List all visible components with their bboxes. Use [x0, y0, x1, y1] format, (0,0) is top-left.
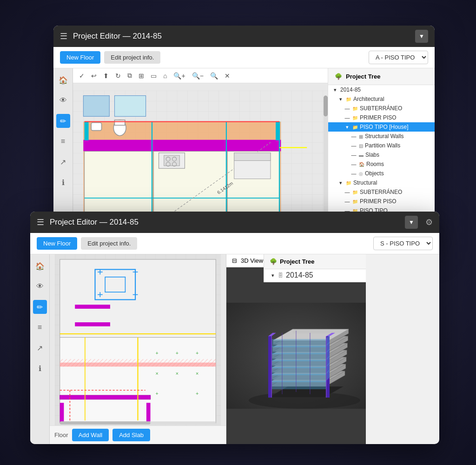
wall-icon: ▦: [359, 134, 363, 139]
tree-item-architectural[interactable]: ▾ 📁 Architectural: [328, 94, 435, 104]
tree-item-label-sub1: SUBTERRÁNEO: [360, 105, 402, 112]
tree-item-partition-walls[interactable]: — ▧ Partition Walls: [328, 141, 435, 150]
sidebar-eye-icon-2[interactable]: 👁: [33, 279, 47, 293]
tree-icon: 🌳: [335, 73, 342, 80]
tree-item-primer[interactable]: — 📁 PRIMER PISO: [328, 113, 435, 122]
home2-icon[interactable]: ⌂: [161, 71, 169, 81]
svg-rect-50: [75, 322, 110, 326]
gear-btn-2[interactable]: ⚙: [425, 217, 433, 227]
tree-item-label-objects: Objects: [365, 170, 384, 177]
edit-info-btn-1[interactable]: Edit project info.: [104, 51, 160, 64]
edit-info-btn-2[interactable]: Edit project info.: [81, 237, 137, 250]
chevron-down-icon-2: ▾: [337, 96, 344, 102]
refresh-icon[interactable]: ↻: [113, 71, 123, 81]
folder-icon-4: 📁: [352, 125, 358, 130]
svg-marker-109: [268, 336, 271, 398]
svg-rect-3: [83, 140, 281, 152]
dropdown-btn-2[interactable]: ▼: [405, 216, 418, 229]
split-view-2: + + + × × × + +: [50, 254, 366, 444]
canvas-toolbar-1: ✓ ↩ ⬆ ↻ ⧉ ⊞ ▭ ⌂ 🔍+ 🔍− 🔍 ✕: [73, 68, 328, 83]
tree-item-subterraneo-1[interactable]: — 📁 SUBTERRÁNEO: [328, 104, 435, 113]
left-panel-2: + + + × × × + +: [50, 254, 226, 444]
project-tree-overlay: 🌳 Project Tree ▾ 🗄 2014-85: [264, 254, 366, 282]
sidebar-info-icon[interactable]: ℹ: [56, 175, 70, 189]
rect-icon[interactable]: ▭: [148, 71, 159, 81]
add-slab-btn[interactable]: Add Slab: [112, 429, 150, 441]
sidebar-edit-icon-2[interactable]: ✏: [33, 300, 47, 314]
slab-icon: ▬: [359, 153, 364, 158]
svg-rect-29: [234, 153, 271, 161]
chevron-down-icon: ▾: [332, 87, 338, 93]
main-content-2: 🏠 👁 ✏ ≡ ↗ ℹ: [30, 254, 439, 444]
svg-text:+: +: [196, 391, 198, 396]
new-floor-btn-2[interactable]: New Floor: [37, 237, 77, 250]
viewer-3d[interactable]: [226, 267, 366, 444]
sidebar-home-icon-2[interactable]: 🏠: [33, 259, 47, 273]
tree-item-objects[interactable]: — ◎ Objects: [328, 169, 435, 178]
tree-icon-small: 🌳: [270, 258, 277, 265]
tree-item-sub-struct[interactable]: — 📁 SUBTERRÁNEO: [328, 187, 435, 197]
svg-text:×: ×: [155, 371, 158, 376]
tree-item-root-2[interactable]: ▾ 🗄 2014-85: [264, 269, 366, 281]
upload-icon[interactable]: ⬆: [101, 71, 111, 81]
tree-item-piso-tipo[interactable]: ▾ 📁 PISO TIPO [House]: [328, 122, 435, 132]
tree-item-label-rooms: Rooms: [366, 161, 384, 167]
room-icon: 🏠: [359, 162, 364, 167]
copy-icon[interactable]: ⧉: [125, 70, 134, 81]
svg-rect-9: [85, 122, 89, 140]
svg-rect-23: [164, 155, 180, 166]
sidebar-share-icon[interactable]: ↗: [56, 155, 70, 169]
svg-text:+: +: [155, 350, 158, 356]
sidebar-eye-icon[interactable]: 👁: [56, 93, 70, 107]
svg-rect-57: [60, 403, 64, 423]
svg-text:×: ×: [176, 371, 178, 376]
menu-icon-1[interactable]: ☰: [60, 31, 67, 41]
tree-item-rooms[interactable]: — 🏠 Rooms: [328, 159, 435, 169]
add-wall-btn[interactable]: Add Wall: [72, 429, 109, 441]
title-2: Project Editor — 2014-85: [50, 218, 399, 227]
floor-plan-2[interactable]: + + + × × × + +: [50, 254, 226, 425]
folder-icon-2: 📁: [352, 106, 358, 111]
floor-plan-svg-2: + + + × × × + +: [50, 254, 226, 425]
close-icon[interactable]: ✕: [222, 71, 232, 81]
floor-select-1[interactable]: A - PISO TIPO: [369, 51, 428, 64]
sidebar-2: 🏠 👁 ✏ ≡ ↗ ℹ: [30, 254, 50, 444]
svg-rect-17: [91, 123, 101, 131]
tree-item-slabs[interactable]: — ▬ Slabs: [328, 150, 435, 159]
sidebar-share-icon-2[interactable]: ↗: [33, 341, 47, 355]
zoomin-icon[interactable]: 🔍+: [171, 71, 187, 81]
tree-item-structural[interactable]: ▾ 📁 Structural: [328, 178, 435, 187]
object-icon: ◎: [359, 171, 363, 176]
new-floor-btn-1[interactable]: New Floor: [60, 51, 100, 64]
folder-icon-7: 📁: [352, 199, 358, 204]
tree-item-label-piso: PISO TIPO [House]: [360, 124, 408, 130]
3d-viewer-svg: [226, 267, 366, 444]
tree-header-small: 🌳 Project Tree: [264, 254, 366, 269]
zoomout-icon[interactable]: 🔍−: [190, 71, 206, 81]
svg-text:+: +: [176, 350, 178, 356]
tree-item-root[interactable]: ▾ 2014-85: [328, 85, 435, 94]
menu-icon-2[interactable]: ☰: [37, 217, 44, 227]
right-panel-2: 🌳 Project Tree ▾ 🗄 2014-85 ⊟ 3D Viewer -…: [226, 254, 366, 444]
svg-rect-16: [114, 120, 125, 125]
tree-header-1: 🌳 Project Tree: [328, 68, 435, 85]
sidebar-filter-icon-2[interactable]: ≡: [33, 320, 47, 334]
tree-item-structural-walls[interactable]: — ▦ Structural Walls: [328, 132, 435, 141]
sidebar-filter-icon[interactable]: ≡: [56, 134, 70, 148]
titlebar-2: ☰ Project Editor — 2014-85 ▼ ⚙: [30, 212, 439, 233]
undo-icon[interactable]: ↩: [89, 71, 99, 81]
tree-item-label-arch: Architectural: [353, 96, 384, 102]
search-icon[interactable]: 🔍: [208, 71, 220, 81]
check-icon[interactable]: ✓: [77, 71, 87, 81]
floor-select-2[interactable]: S - PISO TIPO: [373, 237, 433, 250]
tree-item-primer-struct[interactable]: — 📁 PRIMER PISO: [328, 197, 435, 206]
sidebar-info-icon-2[interactable]: ℹ: [33, 361, 47, 375]
tree-item-label-slabs: Slabs: [365, 152, 379, 158]
folder-icon-6: 📁: [352, 190, 358, 195]
sidebar-home-icon[interactable]: 🏠: [56, 73, 70, 87]
db-icon: 🗄: [278, 272, 283, 278]
layers-icon[interactable]: ⊞: [136, 71, 146, 81]
sidebar-edit-icon[interactable]: ✏: [56, 114, 70, 128]
svg-rect-49: [75, 305, 110, 309]
dropdown-btn-1[interactable]: ▼: [415, 30, 428, 43]
